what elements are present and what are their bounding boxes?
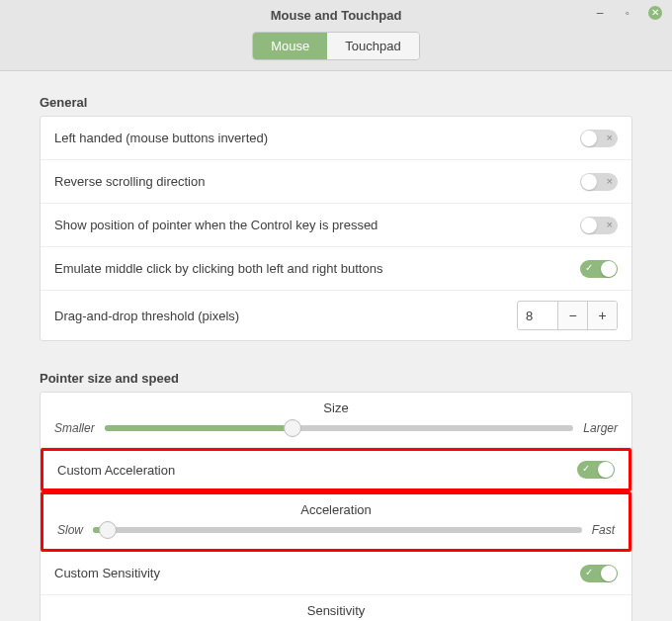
window-controls: – ◦ ✕ <box>593 6 662 20</box>
label-reverse-scroll: Reverse scrolling direction <box>54 174 205 189</box>
acceleration-min-label: Slow <box>57 523 83 537</box>
dnd-threshold-spinner: 8 − + <box>517 301 618 330</box>
row-sensitivity: Sensitivity Low High <box>41 595 631 621</box>
window-title: Mouse and Touchpad <box>271 8 402 23</box>
close-icon[interactable]: ✕ <box>648 6 662 20</box>
acceleration-max-label: Fast <box>592 523 615 537</box>
maximize-icon[interactable]: ◦ <box>621 6 634 20</box>
acceleration-slider[interactable] <box>93 527 582 533</box>
row-left-handed: Left handed (mouse buttons inverted) × <box>41 117 631 160</box>
row-reverse-scroll: Reverse scrolling direction × <box>41 160 631 204</box>
label-custom-sensitivity: Custom Sensitivity <box>54 566 160 580</box>
dnd-threshold-increment[interactable]: + <box>587 302 617 329</box>
row-emulate-middle: Emulate middle click by clicking both le… <box>41 247 631 291</box>
section-heading-general: General <box>40 95 632 110</box>
sensitivity-title: Sensitivity <box>54 603 618 618</box>
tab-switcher: Mouse Touchpad <box>252 32 419 60</box>
row-pointer-size: Size Smaller Larger <box>41 393 631 448</box>
toggle-custom-sensitivity[interactable]: ✓ <box>580 565 618 582</box>
row-dnd-threshold: Drag-and-drop threshold (pixels) 8 − + <box>41 291 631 340</box>
row-show-position: Show position of pointer when the Contro… <box>41 204 631 247</box>
label-show-position: Show position of pointer when the Contro… <box>54 218 378 232</box>
acceleration-title: Acceleration <box>57 502 615 517</box>
tab-touchpad[interactable]: Touchpad <box>327 33 418 59</box>
panel-pointer: Size Smaller Larger Custom Acceleration … <box>40 392 632 621</box>
minimize-icon[interactable]: – <box>593 6 607 20</box>
toggle-show-position[interactable]: × <box>580 217 618 234</box>
title-row: Mouse and Touchpad – ◦ ✕ <box>0 6 672 24</box>
toggle-left-handed[interactable]: × <box>580 130 618 147</box>
label-emulate-middle: Emulate middle click by clicking both le… <box>54 261 382 276</box>
toggle-emulate-middle[interactable]: ✓ <box>580 260 618 278</box>
label-left-handed: Left handed (mouse buttons inverted) <box>54 131 268 145</box>
row-acceleration: Acceleration Slow Fast <box>41 491 631 552</box>
size-min-label: Smaller <box>54 421 95 435</box>
toggle-custom-acceleration[interactable]: ✓ <box>577 461 615 479</box>
panel-general: Left handed (mouse buttons inverted) × R… <box>40 116 632 341</box>
size-max-label: Larger <box>583 421 618 435</box>
label-dnd-threshold: Drag-and-drop threshold (pixels) <box>54 309 239 323</box>
tab-mouse[interactable]: Mouse <box>253 33 327 59</box>
row-custom-sensitivity: Custom Sensitivity ✓ <box>41 552 631 595</box>
label-custom-acceleration: Custom Acceleration <box>57 463 175 478</box>
dnd-threshold-value[interactable]: 8 <box>518 302 557 329</box>
content: General Left handed (mouse buttons inver… <box>0 71 672 621</box>
dnd-threshold-decrement[interactable]: − <box>557 302 587 329</box>
row-custom-acceleration: Custom Acceleration ✓ <box>41 448 631 491</box>
size-title: Size <box>54 400 618 415</box>
toggle-reverse-scroll[interactable]: × <box>580 173 618 191</box>
size-slider[interactable] <box>105 425 574 431</box>
section-heading-pointer: Pointer size and speed <box>40 371 632 386</box>
window-header: Mouse and Touchpad – ◦ ✕ Mouse Touchpad <box>0 0 672 71</box>
